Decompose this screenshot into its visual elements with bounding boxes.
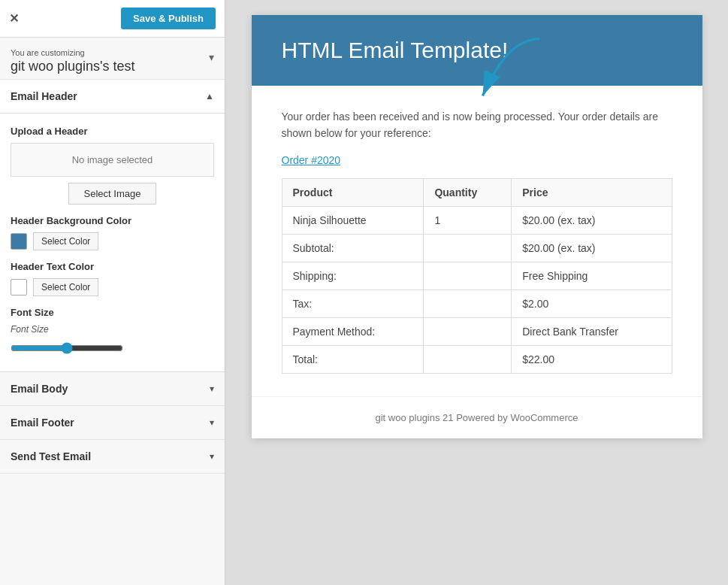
email-body-section-title: Email Body — [11, 383, 68, 395]
close-button[interactable]: ✕ — [9, 11, 19, 26]
text-select-color-button[interactable]: Select Color — [33, 278, 98, 296]
email-footer-section-toggle[interactable]: Email Footer ▾ — [0, 406, 225, 440]
table-row: Shipping:Free Shipping — [282, 262, 672, 289]
bg-select-color-button[interactable]: Select Color — [33, 232, 98, 250]
email-body-section-toggle[interactable]: Email Body ▾ — [0, 372, 225, 406]
table-row: Payment Method:Direct Bank Transfer — [282, 317, 672, 345]
text-color-field: Header Text Color Select Color — [11, 261, 214, 296]
table-header-quantity: Quantity — [424, 178, 512, 206]
table-header-price: Price — [512, 178, 672, 206]
email-header-section-content: Upload a Header No image selected Select… — [0, 114, 225, 372]
email-footer-section-title: Email Footer — [11, 417, 74, 429]
email-header-section-title: Email Header — [11, 90, 77, 102]
font-size-slider[interactable] — [11, 342, 123, 354]
bg-color-field: Header Background Color Select Color — [11, 215, 214, 250]
email-body-collapse-icon: ▾ — [210, 383, 214, 394]
table-row: Subtotal:$20.00 (ex. tax) — [282, 234, 672, 262]
order-table-body: Ninja Silhouette1$20.00 (ex. tax)Subtota… — [282, 206, 672, 373]
font-size-label: Font Size — [11, 307, 214, 318]
font-size-field: Font Size Font Size — [11, 307, 214, 359]
upload-header-label: Upload a Header — [11, 126, 214, 137]
email-preview-footer: git woo plugins 21 Powered by WooCommerc… — [252, 396, 702, 438]
send-test-collapse-icon: ▾ — [210, 451, 214, 462]
text-color-row: Select Color — [11, 278, 214, 296]
table-cell: $20.00 (ex. tax) — [512, 234, 672, 262]
table-cell — [424, 234, 512, 262]
email-header-section-toggle[interactable]: Email Header ▲ — [0, 80, 225, 114]
table-row: Tax:$2.00 — [282, 289, 672, 317]
table-cell — [424, 317, 512, 345]
email-footer-collapse-icon: ▾ — [210, 417, 214, 428]
send-test-section-toggle[interactable]: Send Test Email ▾ — [0, 440, 225, 474]
left-panel: ✕ Save & Publish You are customizing git… — [0, 0, 225, 585]
customizing-subtitle: You are customizing — [11, 48, 135, 57]
text-color-swatch[interactable] — [11, 279, 27, 296]
email-footer-text: git woo plugins 21 Powered by WooCommerc… — [375, 412, 578, 423]
table-cell: Payment Method: — [282, 317, 424, 345]
table-cell — [424, 345, 512, 373]
send-test-section-title: Send Test Email — [11, 450, 91, 462]
table-cell: 1 — [424, 206, 512, 234]
table-cell — [424, 262, 512, 289]
table-cell: Total: — [282, 345, 424, 373]
no-image-placeholder: No image selected — [11, 143, 214, 177]
bg-color-swatch[interactable] — [11, 233, 27, 250]
bg-color-label: Header Background Color — [11, 215, 214, 226]
text-color-label: Header Text Color — [11, 261, 214, 272]
bg-color-row: Select Color — [11, 232, 214, 250]
font-size-slider-container — [11, 339, 214, 359]
email-preview: HTML Email Template! Your order has been… — [252, 15, 702, 438]
customizing-collapse-icon[interactable]: ▾ — [209, 48, 214, 63]
top-bar: ✕ Save & Publish — [0, 0, 225, 38]
table-cell: $2.00 — [512, 289, 672, 317]
table-cell — [424, 289, 512, 317]
table-row: Ninja Silhouette1$20.00 (ex. tax) — [282, 206, 672, 234]
save-publish-button[interactable]: Save & Publish — [121, 8, 216, 29]
order-message: Your order has been received and is now … — [282, 108, 672, 142]
customizing-title: git woo plugins's test — [11, 59, 135, 74]
right-panel: HTML Email Template! Your order has been… — [225, 0, 728, 585]
email-preview-header: HTML Email Template! — [252, 15, 702, 86]
table-cell: Tax: — [282, 289, 424, 317]
order-table: Product Quantity Price Ninja Silhouette1… — [282, 178, 672, 374]
font-size-placeholder-label: Font Size — [11, 324, 214, 335]
table-cell: Shipping: — [282, 262, 424, 289]
email-preview-header-title: HTML Email Template! — [282, 38, 672, 63]
table-header-product: Product — [282, 178, 424, 206]
table-cell: Subtotal: — [282, 234, 424, 262]
table-cell: Direct Bank Transfer — [512, 317, 672, 345]
table-row: Total:$22.00 — [282, 345, 672, 373]
email-preview-body: Your order has been received and is now … — [252, 86, 702, 396]
table-cell: Free Shipping — [512, 262, 672, 289]
table-cell: $20.00 (ex. tax) — [512, 206, 672, 234]
table-cell: Ninja Silhouette — [282, 206, 424, 234]
email-header-collapse-icon: ▲ — [205, 91, 214, 102]
select-image-button[interactable]: Select Image — [68, 183, 157, 205]
table-cell: $22.00 — [512, 345, 672, 373]
customizing-info: You are customizing git woo plugins's te… — [0, 38, 225, 80]
table-header-row: Product Quantity Price — [282, 178, 672, 206]
order-link[interactable]: Order #2020 — [282, 154, 672, 166]
